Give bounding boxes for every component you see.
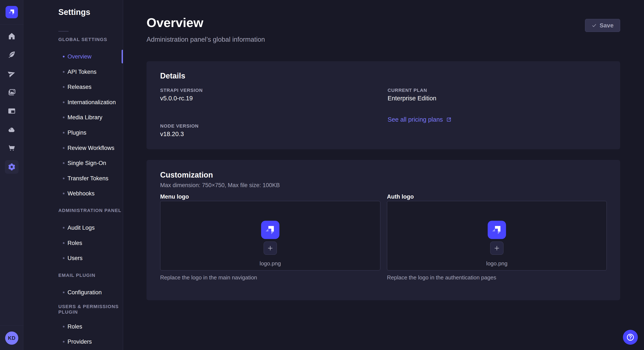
auth-logo-add-button[interactable] [490,242,504,255]
current-plan-value: Enterprise Edition [388,95,436,102]
bullet-icon [63,257,64,259]
subnav-item-label: Overview [68,53,92,60]
subnav-item-audit-logs[interactable]: Audit Logs [63,223,118,232]
bullet-icon [63,162,64,164]
menu-logo-caption: Replace the logo in the main navigation [160,274,257,281]
content-manager-nav-button[interactable] [8,50,16,59]
gear-icon [7,163,16,172]
menu-logo-label: Menu logo [160,193,189,200]
bullet-icon [63,147,64,149]
deploy-cloud-nav-button[interactable] [8,126,16,134]
subnav-item-label: Users [68,255,83,262]
bullet-icon [63,326,64,328]
strapi-logo-icon [7,7,16,17]
customization-constraints: Max dimension: 750×750, Max file size: 1… [160,182,280,189]
page-subtitle: Administration panel’s global informatio… [146,36,265,43]
bullet-icon [63,242,64,244]
user-avatar[interactable]: KD [5,332,18,345]
marketplace-nav-button[interactable] [8,144,16,153]
home-icon [8,32,16,40]
subnav-item-label: Plugins [68,130,86,136]
rail-divider [0,24,23,24]
bullet-icon [63,101,64,103]
subnav-item-webhooks[interactable]: Webhooks [63,189,118,198]
auth-logo-preview [488,221,506,239]
subnav-item-label: Review Workflows [68,145,114,151]
subnav-item-label: Internationalization [68,99,116,106]
subnav-item-media-library[interactable]: Media Library [63,113,118,122]
bullet-icon [63,117,64,118]
settings-nav-button-active[interactable] [5,160,18,174]
main-nav-rail: KD [0,0,24,350]
subnav-item-overview[interactable]: Overview [63,52,118,61]
plus-icon [494,245,500,251]
subnav-item-transfer-tokens[interactable]: Transfer Tokens [63,174,118,183]
save-button[interactable]: Save [585,19,620,32]
media-library-nav-button[interactable] [8,88,16,97]
subnav-item-admin-users[interactable]: Users [63,253,118,263]
paper-plane-icon [8,69,16,78]
menu-logo-add-button[interactable] [264,242,277,255]
check-icon [592,23,597,28]
save-button-label: Save [600,22,614,29]
subnav-item-label: Roles [68,324,82,330]
page-title: Overview [146,15,204,30]
settings-subnav: Settings GLOBAL SETTINGS Overview API To… [24,0,123,350]
bullet-icon [63,86,64,88]
subnav-item-label: Releases [68,84,92,90]
subnav-item-api-tokens[interactable]: API Tokens [63,67,118,77]
releases-nav-button[interactable] [8,69,16,78]
details-heading: Details [160,71,185,80]
menu-logo-preview [261,221,280,239]
subnav-item-up-roles[interactable]: Roles [63,322,118,331]
cloud-icon [8,126,16,134]
auth-logo-label: Auth logo [387,193,414,200]
bullet-icon [63,193,64,194]
node-version-value: v18.20.3 [160,131,184,138]
section-header-email-plugin: EMAIL PLUGIN [58,272,96,278]
subnav-item-review-workflows[interactable]: Review Workflows [63,143,118,153]
subnav-title: Settings [58,8,90,17]
question-mark-icon [626,333,635,342]
details-card: Details STRAPI VERSION v5.0.0-rc.19 CURR… [146,61,620,149]
subnav-item-label: Webhooks [68,190,94,197]
subnav-title-rule [58,31,68,31]
subnav-item-up-providers[interactable]: Providers [63,337,118,347]
pricing-link-label: See all pricing plans [388,116,443,123]
bullet-icon [63,292,64,293]
subnav-item-releases[interactable]: Releases [63,82,118,92]
subnav-item-single-sign-on[interactable]: Single Sign-On [63,159,118,168]
strapi-logo-icon [490,223,504,237]
subnav-item-label: Media Library [68,114,102,121]
main-content: Overview Administration panel’s global i… [123,0,644,350]
pricing-plans-link[interactable]: See all pricing plans [388,116,452,123]
feather-icon [8,50,16,59]
strapi-logo-icon [263,223,277,237]
content-type-builder-nav-button[interactable] [8,107,16,115]
bullet-icon [63,341,64,343]
subnav-item-label: Transfer Tokens [68,175,108,182]
subnav-item-label: Roles [68,240,82,246]
home-nav-button[interactable] [8,32,16,40]
current-plan-label: CURRENT PLAN [388,88,427,93]
node-version-label: NODE VERSION [160,123,199,129]
section-header-users-permissions-plugin: USERS & PERMISSIONS PLUGIN [58,306,123,312]
strapi-version-value: v5.0.0-rc.19 [160,95,193,102]
menu-logo-upload-box[interactable]: logo.png [160,201,380,270]
auth-logo-upload-box[interactable]: logo.png [387,201,607,270]
menu-logo-filename: logo.png [260,260,281,267]
subnav-item-admin-roles[interactable]: Roles [63,238,118,248]
auth-logo-caption: Replace the logo in the authentication p… [387,274,496,281]
strapi-logo-button[interactable] [6,6,18,18]
strapi-version-label: STRAPI VERSION [160,88,203,93]
pictures-icon [8,88,16,97]
subnav-item-plugins[interactable]: Plugins [63,128,118,137]
subnav-item-label: API Tokens [68,69,96,75]
subnav-item-label: Audit Logs [68,224,95,231]
layout-panel-icon [8,107,16,115]
help-button[interactable] [623,330,638,345]
shopping-cart-icon [8,144,16,153]
section-header-global-settings: GLOBAL SETTINGS [58,37,107,42]
subnav-item-email-configuration[interactable]: Configuration [63,288,118,297]
subnav-item-internationalization[interactable]: Internationalization [63,98,118,107]
